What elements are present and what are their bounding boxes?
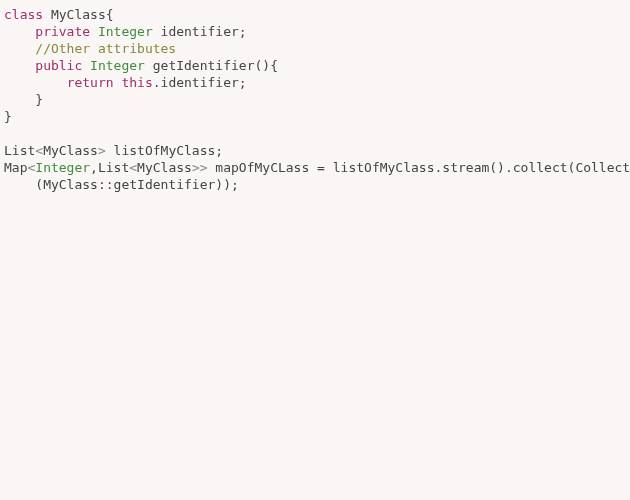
keyword-class: class	[4, 7, 43, 22]
line-4: public Integer getIdentifier(){	[4, 58, 278, 73]
line-10: Map<Integer,List<MyClass>> mapOfMyCLass …	[4, 160, 630, 175]
line-2: private Integer identifier;	[4, 24, 247, 39]
type-integer: Integer	[35, 160, 90, 175]
code-block: class MyClass{ private Integer identifie…	[0, 0, 630, 199]
line-6: }	[4, 92, 43, 107]
type-integer: Integer	[90, 58, 145, 73]
line-5: return this.identifier;	[4, 75, 247, 90]
comment: //Other attributes	[35, 41, 176, 56]
line-9: List<MyClass> listOfMyClass;	[4, 143, 223, 158]
line-3: //Other attributes	[4, 41, 176, 56]
keyword-public: public	[35, 58, 82, 73]
keyword-this: this	[121, 75, 152, 90]
line-1: class MyClass{	[4, 7, 114, 22]
line-11: (MyClass::getIdentifier));	[4, 177, 239, 192]
keyword-private: private	[35, 24, 90, 39]
keyword-return: return	[67, 75, 114, 90]
type-integer: Integer	[98, 24, 153, 39]
line-7: }	[4, 109, 12, 124]
